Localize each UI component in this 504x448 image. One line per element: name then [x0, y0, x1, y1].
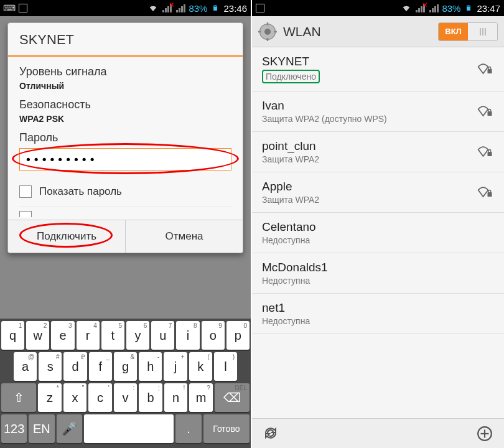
key-y[interactable]: 6y: [126, 321, 149, 350]
key-t[interactable]: 5t: [101, 321, 124, 350]
key-r[interactable]: 4r: [77, 321, 100, 350]
no-signal-icon: [161, 3, 172, 13]
svg-rect-4: [467, 7, 470, 11]
key-v[interactable]: :v: [114, 383, 138, 412]
advanced-row-partial[interactable]: [19, 207, 231, 217]
key-EN[interactable]: EN: [29, 414, 54, 443]
key-x[interactable]: "x: [63, 383, 87, 412]
key-o[interactable]: 9o: [202, 321, 225, 350]
network-item[interactable]: net1Недоступна: [252, 294, 504, 334]
key-g[interactable]: &g: [114, 352, 137, 381]
status-bar-right: 83% 23:47: [252, 0, 504, 16]
svg-rect-5: [468, 5, 470, 6]
network-name: Ivan: [262, 99, 477, 113]
network-item[interactable]: point_clunЗащита WPA2: [252, 132, 504, 172]
key-m[interactable]: ?m: [189, 383, 213, 412]
signal-icon: [428, 3, 439, 13]
network-item[interactable]: McDonalds1Недоступна: [252, 253, 504, 294]
clock: 23:47: [477, 3, 500, 14]
security-value: WPA2 PSK: [19, 114, 231, 124]
key-q[interactable]: 1q: [1, 321, 24, 350]
signal-icon: [175, 3, 186, 13]
wifi-secure-icon: [477, 185, 494, 199]
key-z[interactable]: *z: [38, 383, 62, 412]
dialog-title: SKYNET: [8, 23, 243, 57]
add-network-icon[interactable]: [477, 426, 493, 442]
page-title: WLAN: [283, 24, 432, 39]
key-i[interactable]: 8i: [176, 321, 199, 350]
key-n[interactable]: !n: [164, 383, 188, 412]
keyboard-indicator-icon: ⌨: [4, 3, 15, 13]
network-item[interactable]: IvanЗащита WPA2 (доступно WPS): [252, 91, 504, 132]
network-name: SKYNET: [262, 55, 477, 68]
toggle-on-label: ВКЛ: [439, 23, 468, 40]
network-item[interactable]: SKYNETПодключено: [252, 47, 504, 91]
key-⌫[interactable]: ⌫DEL: [215, 383, 250, 412]
battery-percent: 83%: [189, 3, 207, 14]
network-status: Недоступна: [262, 276, 494, 286]
wifi-secure-icon: [477, 105, 494, 118]
key-u[interactable]: 7u: [151, 321, 174, 350]
bottom-bar: [252, 418, 504, 448]
wifi-icon: [147, 3, 159, 13]
gear-icon[interactable]: [258, 22, 277, 41]
clock: 23:46: [223, 3, 247, 14]
show-password-checkbox[interactable]: [19, 185, 32, 198]
wifi-secure-icon: [477, 62, 494, 76]
key-k[interactable]: (k: [189, 352, 212, 381]
key-space[interactable]: [84, 414, 174, 443]
network-name: Apple: [262, 180, 477, 194]
password-label: Пароль: [19, 131, 231, 144]
key-⇧[interactable]: ⇧: [1, 383, 36, 412]
key-c[interactable]: 'c: [88, 383, 112, 412]
wifi-icon: [401, 3, 412, 13]
signal-strength-value: Отличный: [19, 81, 231, 91]
partial-checkbox: [19, 211, 32, 217]
wifi-secure-icon: [477, 145, 494, 159]
network-name: net1: [262, 301, 494, 315]
key-f[interactable]: _f: [89, 352, 112, 381]
key-h[interactable]: -h: [139, 352, 162, 381]
key-d[interactable]: ₽d: [63, 352, 86, 381]
security-label: Безопасность: [19, 98, 231, 111]
no-signal-icon: [414, 3, 426, 13]
key-.[interactable]: .: [175, 414, 201, 443]
connect-button-label: Подключить: [37, 230, 96, 242]
key-🎤[interactable]: 🎤: [57, 414, 82, 443]
refresh-icon[interactable]: [263, 426, 279, 442]
network-item[interactable]: AppleЗащита WPA2: [252, 172, 504, 213]
key-e[interactable]: 3e: [51, 321, 74, 350]
show-password-row[interactable]: Показать пароль: [19, 177, 231, 207]
screenshot-indicator-icon: [19, 4, 27, 12]
cancel-button[interactable]: Отмена: [126, 220, 243, 253]
network-list[interactable]: SKYNETПодключеноIvanЗащита WPA2 (доступн…: [252, 47, 504, 418]
key-готово[interactable]: Готово: [203, 414, 250, 443]
wlan-header: WLAN ВКЛ: [252, 16, 504, 47]
key-a[interactable]: @a: [14, 352, 37, 381]
network-name: McDonalds1: [262, 261, 494, 274]
key-123[interactable]: 123: [1, 414, 27, 443]
screenshot-indicator-icon: [256, 4, 264, 12]
network-status: Защита WPA2: [262, 195, 477, 205]
svg-point-7: [264, 29, 271, 35]
soft-keyboard: 1q2w3e4r5t6y7u8i9o0p @a#s₽d_f&g-h+j(k)l …: [0, 319, 251, 448]
wlan-toggle[interactable]: ВКЛ: [438, 22, 498, 41]
network-item[interactable]: CelentanoНедоступна: [252, 213, 504, 253]
svg-rect-12: [488, 69, 492, 73]
key-p[interactable]: 0p: [226, 321, 250, 350]
network-status: Защита WPA2: [262, 154, 477, 164]
key-s[interactable]: #s: [39, 352, 62, 381]
key-j[interactable]: +j: [164, 352, 187, 381]
network-name: point_clun: [262, 139, 477, 153]
password-input[interactable]: [19, 148, 231, 170]
toggle-handle: [468, 23, 497, 40]
svg-rect-13: [488, 111, 492, 116]
key-l[interactable]: )l: [214, 352, 237, 381]
key-w[interactable]: 2w: [26, 321, 49, 350]
svg-rect-15: [488, 192, 492, 197]
svg-rect-2: [215, 5, 217, 6]
connect-button[interactable]: Подключить: [8, 220, 126, 253]
battery-icon: [463, 3, 474, 13]
key-b[interactable]: ;b: [139, 383, 162, 412]
battery-icon: [210, 3, 221, 13]
